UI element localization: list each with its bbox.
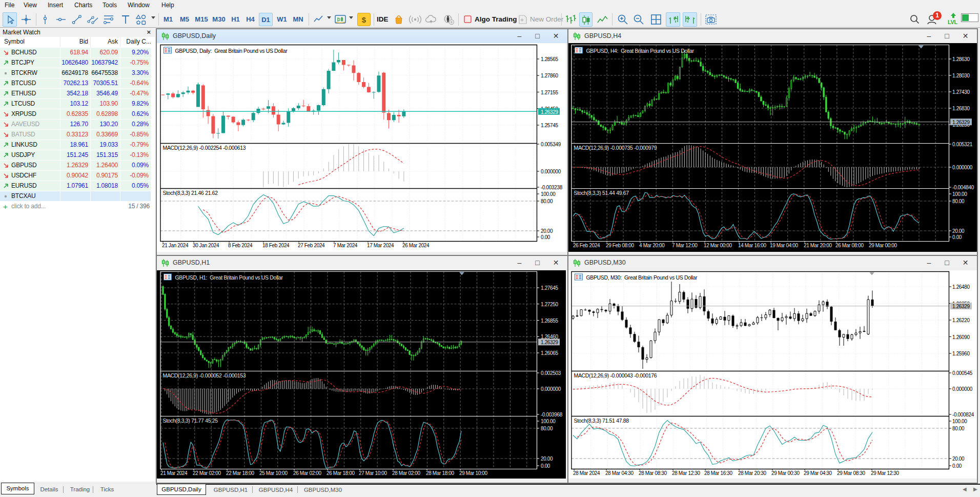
svg-text:100.00: 100.00 — [541, 191, 556, 197]
svg-text:29 Mar 08:30: 29 Mar 08:30 — [837, 470, 866, 476]
svg-text:1.26065: 1.26065 — [541, 350, 558, 356]
svg-text:GBPUSD, H4: Great Britain Pou: GBPUSD, H4: Great Britain Pound vs US Do… — [586, 48, 695, 54]
svg-text:MACD(12,26,9) -0.000052 -0.000: MACD(12,26,9) -0.000052 -0.000153 — [163, 372, 246, 379]
svg-text:0.000545: 0.000545 — [952, 370, 973, 376]
svg-text:1.26480: 1.26480 — [952, 284, 970, 290]
svg-text:7 Mar 12:00: 7 Mar 12:00 — [672, 243, 698, 248]
svg-text:27 Mar 10:00: 27 Mar 10:00 — [359, 470, 387, 476]
svg-text:1.26830: 1.26830 — [952, 106, 970, 111]
svg-text:1.25745: 1.25745 — [541, 123, 558, 128]
svg-text:28 Mar 16:30: 28 Mar 16:30 — [704, 470, 733, 476]
svg-text:GBPUSD, M30: Great Britain Po: GBPUSD, M30: Great Britain Pound vs US D… — [586, 274, 698, 281]
svg-text:80.00: 80.00 — [952, 426, 965, 431]
svg-text:1.26329: 1.26329 — [952, 120, 970, 125]
svg-text:28 Mar 18:00: 28 Mar 18:00 — [426, 470, 455, 476]
svg-text:1.28630: 1.28630 — [952, 56, 970, 62]
svg-text:27 Feb 2024: 27 Feb 2024 — [298, 243, 325, 248]
svg-text:0.00: 0.00 — [541, 234, 550, 240]
svg-text:20.00: 20.00 — [952, 456, 965, 462]
svg-text:28 Mar 08:30: 28 Mar 08:30 — [639, 470, 667, 476]
svg-text:0.005321: 0.005321 — [952, 142, 973, 147]
svg-text:100.00: 100.00 — [952, 191, 967, 197]
svg-text:GBPUSD, Daily: Great Britain: GBPUSD, Daily: Great Britain Pound vs US… — [175, 48, 288, 54]
svg-text:1.26090: 1.26090 — [952, 334, 970, 340]
svg-text:22 Mar 02:00: 22 Mar 02:00 — [193, 470, 221, 476]
svg-text:LVL: LVL — [948, 19, 958, 25]
svg-text:-0.004840: -0.004840 — [952, 185, 974, 190]
svg-text:29 Mar 12:30: 29 Mar 12:30 — [871, 470, 900, 476]
svg-text:21 Jan 2024: 21 Jan 2024 — [162, 243, 189, 248]
svg-text:-0.000824: -0.000824 — [952, 412, 974, 418]
svg-text:26 Mar 08:00: 26 Mar 08:00 — [835, 243, 864, 248]
svg-text:80.00: 80.00 — [952, 198, 965, 204]
svg-text:29 Mar 00:30: 29 Mar 00:30 — [771, 470, 800, 476]
svg-text:0.000000: 0.000000 — [541, 386, 561, 392]
svg-text:1.26329: 1.26329 — [952, 304, 970, 309]
svg-text:29 Mar 00:00: 29 Mar 00:00 — [869, 243, 897, 248]
svg-text:1.26855: 1.26855 — [541, 318, 558, 324]
svg-text:20.00: 20.00 — [541, 456, 553, 462]
svg-text:1.25960: 1.25960 — [952, 351, 970, 356]
svg-text:GBPUSD, H1: Great Britain Pou: GBPUSD, H1: Great Britain Pound vs US Do… — [175, 274, 283, 281]
svg-text:1.26329: 1.26329 — [541, 340, 558, 345]
svg-text:20.00: 20.00 — [541, 228, 553, 234]
svg-text:20.00: 20.00 — [952, 228, 965, 234]
svg-text:100.00: 100.00 — [541, 419, 556, 424]
svg-text:1.27155: 1.27155 — [541, 90, 558, 95]
svg-text:1.28565: 1.28565 — [541, 56, 558, 62]
svg-text:30 Jan 2024: 30 Jan 2024 — [193, 243, 219, 248]
svg-text:1.26220: 1.26220 — [952, 317, 970, 323]
svg-text:4 Mar 20:00: 4 Mar 20:00 — [639, 243, 665, 248]
svg-text:17 Mar 2024: 17 Mar 2024 — [367, 243, 394, 248]
svg-text:0.000000: 0.000000 — [541, 169, 561, 174]
svg-text:28 Mar 12:30: 28 Mar 12:30 — [672, 470, 701, 476]
svg-text:1.27860: 1.27860 — [541, 73, 558, 78]
svg-text:MACD(12,26,9) -0.000735 -0.000: MACD(12,26,9) -0.000735 -0.000979 — [574, 145, 657, 151]
svg-text:8 Feb 2024: 8 Feb 2024 — [228, 243, 253, 248]
svg-text:29 Mar 04:30: 29 Mar 04:30 — [804, 470, 832, 476]
svg-text:Stoch(8,3,3) 71.77 45.25: Stoch(8,3,3) 71.77 45.25 — [163, 418, 218, 424]
svg-text:28 Mar 04:30: 28 Mar 04:30 — [605, 470, 634, 476]
svg-text:28 Mar 02:00: 28 Mar 02:00 — [392, 470, 421, 476]
svg-text:7 Mar 2024: 7 Mar 2024 — [333, 243, 358, 248]
svg-text:28 Mar 2024: 28 Mar 2024 — [573, 470, 600, 476]
svg-text:19 Mar 04:00: 19 Mar 04:00 — [770, 243, 799, 248]
svg-text:0.005349: 0.005349 — [541, 142, 561, 147]
svg-text:26 Mar 02:00: 26 Mar 02:00 — [293, 470, 322, 476]
svg-text:0.00: 0.00 — [952, 234, 962, 240]
svg-text:80.00: 80.00 — [541, 426, 553, 431]
svg-text:25 Mar 10:00: 25 Mar 10:00 — [259, 470, 288, 476]
svg-text:21 Mar 20:00: 21 Mar 20:00 — [804, 243, 832, 248]
svg-text:22 Mar 18:00: 22 Mar 18:00 — [226, 470, 255, 476]
svg-text:Stoch(8,3,3) 51.44 49.67: Stoch(8,3,3) 51.44 49.67 — [574, 190, 629, 196]
svg-text:29 Mar 10:00: 29 Mar 10:00 — [459, 470, 488, 476]
svg-text:12 Mar 00:00: 12 Mar 00:00 — [704, 243, 732, 248]
svg-text:Stoch(8,3,3) 71.51 47.88: Stoch(8,3,3) 71.51 47.88 — [574, 418, 629, 424]
svg-text:0.000000: 0.000000 — [952, 165, 973, 170]
svg-text:14 Mar 16:00: 14 Mar 16:00 — [738, 243, 767, 248]
svg-text:26 Feb 2024: 26 Feb 2024 — [573, 243, 600, 248]
svg-text:1.27250: 1.27250 — [541, 302, 558, 307]
svg-text:MACD(12,26,9) -0.000043 -0.000: MACD(12,26,9) -0.000043 -0.000176 — [574, 372, 657, 379]
svg-text:0.002503: 0.002503 — [541, 370, 561, 376]
svg-text:1.27430: 1.27430 — [952, 89, 970, 95]
svg-text:1.26329: 1.26329 — [541, 109, 558, 115]
svg-text:-0.003238: -0.003238 — [541, 185, 563, 190]
svg-text:26 Mar 2024: 26 Mar 2024 — [402, 243, 430, 248]
svg-text:18 Feb 2024: 18 Feb 2024 — [262, 243, 290, 248]
svg-text:0.00: 0.00 — [952, 463, 962, 469]
svg-text:29 Feb 08:00: 29 Feb 08:00 — [606, 243, 635, 248]
svg-text:80.00: 80.00 — [541, 198, 553, 204]
svg-text:1.27645: 1.27645 — [541, 285, 558, 291]
svg-text:28 Mar 20:30: 28 Mar 20:30 — [738, 470, 767, 476]
svg-text:-0.003968: -0.003968 — [541, 412, 563, 418]
svg-text:Stoch(8,3,3) 21.46 21.62: Stoch(8,3,3) 21.46 21.62 — [163, 190, 218, 196]
svg-text:0.000000: 0.000000 — [952, 386, 973, 392]
svg-text:0.00: 0.00 — [541, 463, 550, 469]
svg-text:100.00: 100.00 — [952, 419, 967, 424]
svg-text:26 Mar 18:00: 26 Mar 18:00 — [326, 470, 355, 476]
svg-text:21 Mar 2024: 21 Mar 2024 — [160, 470, 188, 476]
svg-text:1.28030: 1.28030 — [952, 73, 970, 78]
svg-text:MACD(12,26,9) -0.002254 -0.000: MACD(12,26,9) -0.002254 -0.000613 — [163, 145, 246, 151]
